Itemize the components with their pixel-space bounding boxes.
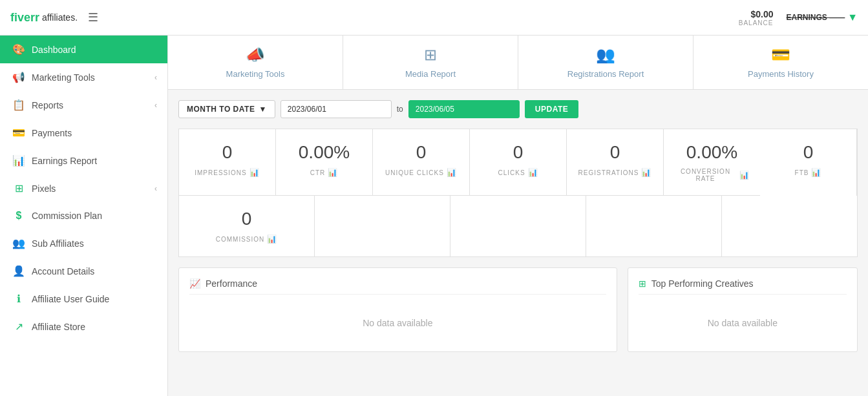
performance-icon: 📈 xyxy=(189,278,200,289)
chart-bar-icon: 📊 xyxy=(811,168,821,177)
sidebar-item-marketing-tools[interactable]: 📢 Marketing Tools ‹ xyxy=(0,63,167,91)
balance-section: $0.00 BALANCE xyxy=(739,9,774,26)
date-separator: to xyxy=(397,105,403,114)
date-to-input[interactable] xyxy=(408,100,520,118)
stat-label: CTR 📊 xyxy=(286,168,362,177)
chart-bar-icon: 📊 xyxy=(739,171,750,180)
sidebar-item-dashboard[interactable]: 🎨 Dashboard xyxy=(0,36,167,63)
chart-bar-icon: 📊 xyxy=(267,234,277,244)
sidebar-item-commission-plan[interactable]: $ Commission Plan xyxy=(0,202,167,229)
stat-value: 0 xyxy=(189,142,265,163)
pixels-icon: ⊞ xyxy=(12,182,25,194)
payments-icon: 💳 xyxy=(12,127,25,139)
hamburger-icon[interactable]: ☰ xyxy=(88,10,98,25)
top-performing-no-data: No data available xyxy=(639,305,847,341)
stat-card-empty1 xyxy=(315,196,450,256)
sidebar-item-label: Sub Affiliates xyxy=(32,238,84,249)
stat-value: 0 xyxy=(577,142,653,163)
top-nav-payments-history[interactable]: 💳 Payments History xyxy=(693,36,868,89)
earnings-report-icon: 📊 xyxy=(12,154,25,167)
top-nav-label: Payments History xyxy=(748,69,814,79)
earnings-section: EARNINGS —— ▼ xyxy=(786,12,858,23)
affiliate-store-icon: ↗ xyxy=(12,320,25,333)
logo-affiliates: affiliates. xyxy=(42,12,78,23)
performance-title: Performance xyxy=(206,278,257,289)
header-left: fiverr affiliates. ☰ xyxy=(10,10,98,25)
sidebar-item-account-details[interactable]: 👤 Account Details xyxy=(0,257,167,285)
stat-value: 0 xyxy=(770,142,846,163)
stat-card-impressions: 0 IMPRESSIONS 📊 xyxy=(179,129,276,196)
logo-fiverr: fiverr xyxy=(10,11,39,25)
stat-value: 0 xyxy=(480,142,556,163)
stat-label: CONVERSION RATE 📊 xyxy=(674,168,750,182)
header-right: $0.00 BALANCE EARNINGS —— ▼ xyxy=(739,9,858,26)
top-nav-marketing-tools[interactable]: 📣 Marketing Tools xyxy=(168,36,343,89)
stat-card-registrations: 0 REGISTRATIONS 📊 xyxy=(567,129,664,196)
reports-icon: 📋 xyxy=(12,99,25,111)
payments-history-nav-icon: 💳 xyxy=(771,46,790,64)
balance-label: BALANCE xyxy=(739,19,774,26)
stat-value: 0.00% xyxy=(286,142,362,163)
stat-card-ctr: 0.00% CTR 📊 xyxy=(276,129,373,196)
date-from-input[interactable] xyxy=(281,100,392,118)
stat-card-conversion-rate: 0.00% CONVERSION RATE 📊 xyxy=(664,129,760,196)
chevron-right-icon: ‹ xyxy=(154,73,157,82)
balance-amount: $0.00 xyxy=(739,9,774,19)
performance-panel: 📈 Performance No data available xyxy=(178,267,617,352)
top-nav-media-report[interactable]: ⊞ Media Report xyxy=(343,36,518,89)
stat-card-commission: 0 COMMISSION 📊 xyxy=(179,196,315,256)
sidebar-item-label: Commission Plan xyxy=(32,211,102,221)
stats-grid: 0 IMPRESSIONS 📊 0.00% CTR 📊 0 UNIQUE CLI… xyxy=(178,129,858,257)
date-range-dropdown[interactable]: MONTH TO DATE ▼ xyxy=(178,100,275,118)
sub-affiliates-icon: 👥 xyxy=(12,237,25,249)
performance-no-data: No data available xyxy=(189,305,606,341)
stat-label: FTB 📊 xyxy=(770,168,846,177)
sidebar-item-pixels[interactable]: ⊞ Pixels ‹ xyxy=(0,174,167,202)
sidebar-item-label: Dashboard xyxy=(32,45,76,55)
sidebar-item-label: Affiliate User Guide xyxy=(32,294,109,304)
top-performing-creatives-panel: ⊞ Top Performing Creatives No data avail… xyxy=(628,267,858,352)
sidebar: 🎨 Dashboard 📢 Marketing Tools ‹ 📋 Report… xyxy=(0,36,168,396)
update-button[interactable]: UPDATE xyxy=(525,100,578,118)
sidebar-item-label: Earnings Report xyxy=(32,156,97,166)
account-details-icon: 👤 xyxy=(12,265,25,277)
sidebar-item-label: Reports xyxy=(32,100,63,110)
chevron-down-icon[interactable]: ▼ xyxy=(847,12,858,23)
sidebar-item-earnings-report[interactable]: 📊 Earnings Report xyxy=(0,147,167,174)
stat-value: 0 xyxy=(383,142,459,163)
affiliate-user-guide-icon: ℹ xyxy=(12,293,25,305)
stat-value: 0 xyxy=(189,209,304,229)
stat-value: 0.00% xyxy=(674,142,750,163)
stat-card-empty4 xyxy=(722,196,857,256)
main-content: 📣 Marketing Tools ⊞ Media Report 👥 Regis… xyxy=(168,36,868,396)
sidebar-item-sub-affiliates[interactable]: 👥 Sub Affiliates xyxy=(0,229,167,257)
logo: fiverr affiliates. xyxy=(10,11,78,25)
top-performing-icon: ⊞ xyxy=(639,278,646,289)
stat-card-ftb: 0 FTB 📊 xyxy=(760,129,857,196)
sidebar-item-reports[interactable]: 📋 Reports ‹ xyxy=(0,91,167,119)
marketing-tools-icon: 📢 xyxy=(12,71,25,83)
sidebar-item-affiliate-user-guide[interactable]: ℹ Affiliate User Guide xyxy=(0,285,167,313)
dropdown-arrow-icon: ▼ xyxy=(259,105,266,114)
top-performing-title: Top Performing Creatives xyxy=(651,278,754,289)
top-nav-label: Marketing Tools xyxy=(226,69,285,79)
sidebar-item-payments[interactable]: 💳 Payments xyxy=(0,119,167,147)
chart-bar-icon: 📊 xyxy=(528,168,538,177)
sidebar-item-affiliate-store[interactable]: ↗ Affiliate Store xyxy=(0,313,167,340)
top-nav: 📣 Marketing Tools ⊞ Media Report 👥 Regis… xyxy=(168,36,868,90)
stat-card-clicks: 0 CLICKS 📊 xyxy=(470,129,567,196)
earnings-name: EARNINGS —— xyxy=(786,13,845,22)
sidebar-item-label: Account Details xyxy=(32,266,94,276)
sidebar-item-label: Affiliate Store xyxy=(32,322,85,332)
top-nav-label: Media Report xyxy=(405,69,456,79)
date-range-label: MONTH TO DATE xyxy=(187,105,255,114)
commission-plan-icon: $ xyxy=(12,210,25,222)
media-report-nav-icon: ⊞ xyxy=(424,46,437,64)
stat-card-empty3 xyxy=(586,196,722,256)
top-nav-registrations-report[interactable]: 👥 Registrations Report xyxy=(518,36,693,89)
bottom-panels: 📈 Performance No data available ⊞ Top Pe… xyxy=(168,257,868,362)
marketing-tools-nav-icon: 📣 xyxy=(246,46,265,64)
dashboard-icon: 🎨 xyxy=(12,43,25,56)
panel-header: 📈 Performance xyxy=(189,278,606,295)
stat-label: CLICKS 📊 xyxy=(480,168,556,177)
